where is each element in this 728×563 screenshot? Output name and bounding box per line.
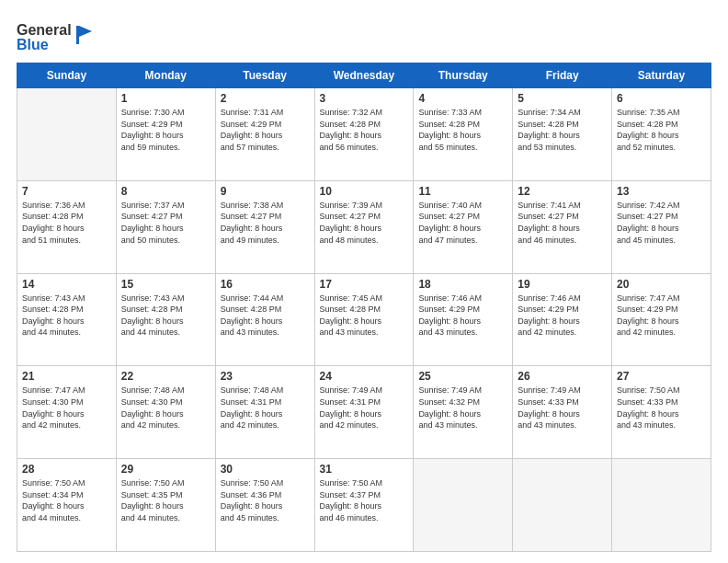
- day-info: Sunrise: 7:49 AMSunset: 4:31 PMDaylight:…: [320, 385, 409, 431]
- day-info: Sunrise: 7:43 AMSunset: 4:28 PMDaylight:…: [121, 293, 210, 339]
- day-info: Sunrise: 7:35 AMSunset: 4:28 PMDaylight:…: [617, 107, 706, 153]
- day-info: Sunrise: 7:34 AMSunset: 4:28 PMDaylight:…: [518, 107, 607, 153]
- calendar-cell: [612, 459, 711, 552]
- day-number: 20: [617, 278, 706, 291]
- day-info: Sunrise: 7:47 AMSunset: 4:29 PMDaylight:…: [617, 293, 706, 339]
- day-number: 21: [22, 370, 111, 383]
- day-number: 11: [418, 185, 507, 198]
- day-info: Sunrise: 7:47 AMSunset: 4:30 PMDaylight:…: [22, 385, 111, 431]
- day-info: Sunrise: 7:48 AMSunset: 4:31 PMDaylight:…: [221, 385, 310, 431]
- day-number: 27: [617, 370, 706, 383]
- svg-marker-2: [79, 26, 92, 37]
- logo: General Blue: [17, 17, 108, 53]
- calendar-cell: 7Sunrise: 7:36 AMSunset: 4:28 PMDaylight…: [17, 180, 117, 273]
- day-info: Sunrise: 7:50 AMSunset: 4:37 PMDaylight:…: [320, 477, 409, 523]
- day-header-sunday: Sunday: [17, 63, 117, 88]
- day-number: 1: [121, 92, 210, 105]
- calendar-cell: 9Sunrise: 7:38 AMSunset: 4:27 PMDaylight…: [215, 180, 314, 273]
- calendar-cell: 1Sunrise: 7:30 AMSunset: 4:29 PMDaylight…: [116, 88, 215, 181]
- day-number: 28: [22, 463, 111, 476]
- calendar-cell: 5Sunrise: 7:34 AMSunset: 4:28 PMDaylight…: [513, 88, 612, 181]
- day-number: 31: [320, 463, 409, 476]
- day-number: 13: [617, 185, 706, 198]
- calendar-cell: 24Sunrise: 7:49 AMSunset: 4:31 PMDayligh…: [314, 366, 414, 459]
- day-info: Sunrise: 7:42 AMSunset: 4:27 PMDaylight:…: [617, 200, 706, 246]
- day-header-wednesday: Wednesday: [314, 63, 414, 88]
- day-header-tuesday: Tuesday: [215, 63, 314, 88]
- calendar-cell: 19Sunrise: 7:46 AMSunset: 4:29 PMDayligh…: [513, 273, 612, 366]
- day-info: Sunrise: 7:44 AMSunset: 4:28 PMDaylight:…: [221, 293, 310, 339]
- calendar-cell: 6Sunrise: 7:35 AMSunset: 4:28 PMDaylight…: [612, 88, 711, 181]
- day-info: Sunrise: 7:48 AMSunset: 4:30 PMDaylight:…: [121, 385, 210, 431]
- day-info: Sunrise: 7:38 AMSunset: 4:27 PMDaylight:…: [221, 200, 310, 246]
- day-info: Sunrise: 7:41 AMSunset: 4:27 PMDaylight:…: [518, 200, 607, 246]
- week-row-2: 7Sunrise: 7:36 AMSunset: 4:28 PMDaylight…: [17, 180, 711, 273]
- calendar-cell: [513, 459, 612, 552]
- day-number: 10: [320, 185, 409, 198]
- day-number: 17: [320, 278, 409, 291]
- day-info: Sunrise: 7:49 AMSunset: 4:32 PMDaylight:…: [418, 385, 507, 431]
- day-info: Sunrise: 7:43 AMSunset: 4:28 PMDaylight:…: [22, 293, 111, 339]
- week-row-4: 21Sunrise: 7:47 AMSunset: 4:30 PMDayligh…: [17, 366, 711, 459]
- calendar-cell: 31Sunrise: 7:50 AMSunset: 4:37 PMDayligh…: [314, 459, 414, 552]
- day-number: 3: [320, 92, 409, 105]
- calendar-cell: 14Sunrise: 7:43 AMSunset: 4:28 PMDayligh…: [17, 273, 117, 366]
- calendar-cell: 8Sunrise: 7:37 AMSunset: 4:27 PMDaylight…: [116, 180, 215, 273]
- calendar-cell: 22Sunrise: 7:48 AMSunset: 4:30 PMDayligh…: [116, 366, 215, 459]
- calendar-cell: 15Sunrise: 7:43 AMSunset: 4:28 PMDayligh…: [116, 273, 215, 366]
- calendar-cell: 27Sunrise: 7:50 AMSunset: 4:33 PMDayligh…: [612, 366, 711, 459]
- calendar-cell: 17Sunrise: 7:45 AMSunset: 4:28 PMDayligh…: [314, 273, 414, 366]
- day-number: 25: [418, 370, 507, 383]
- calendar-cell: 10Sunrise: 7:39 AMSunset: 4:27 PMDayligh…: [314, 180, 414, 273]
- calendar-cell: 11Sunrise: 7:40 AMSunset: 4:27 PMDayligh…: [414, 180, 513, 273]
- day-number: 8: [121, 185, 210, 198]
- week-row-1: 1Sunrise: 7:30 AMSunset: 4:29 PMDaylight…: [17, 88, 711, 181]
- day-number: 26: [518, 370, 607, 383]
- day-number: 4: [418, 92, 507, 105]
- calendar-cell: 12Sunrise: 7:41 AMSunset: 4:27 PMDayligh…: [513, 180, 612, 273]
- svg-rect-3: [76, 26, 79, 44]
- calendar-cell: 13Sunrise: 7:42 AMSunset: 4:27 PMDayligh…: [612, 180, 711, 273]
- day-number: 24: [320, 370, 409, 383]
- day-info: Sunrise: 7:50 AMSunset: 4:33 PMDaylight:…: [617, 385, 706, 431]
- day-number: 18: [418, 278, 507, 291]
- day-number: 29: [121, 463, 210, 476]
- day-info: Sunrise: 7:40 AMSunset: 4:27 PMDaylight:…: [418, 200, 507, 246]
- day-number: 16: [221, 278, 310, 291]
- day-info: Sunrise: 7:39 AMSunset: 4:27 PMDaylight:…: [320, 200, 409, 246]
- calendar-cell: 16Sunrise: 7:44 AMSunset: 4:28 PMDayligh…: [215, 273, 314, 366]
- calendar-cell: 23Sunrise: 7:48 AMSunset: 4:31 PMDayligh…: [215, 366, 314, 459]
- day-info: Sunrise: 7:36 AMSunset: 4:28 PMDaylight:…: [22, 200, 111, 246]
- day-info: Sunrise: 7:31 AMSunset: 4:29 PMDaylight:…: [221, 107, 310, 153]
- day-number: 15: [121, 278, 210, 291]
- calendar-cell: 18Sunrise: 7:46 AMSunset: 4:29 PMDayligh…: [414, 273, 513, 366]
- calendar-cell: 4Sunrise: 7:33 AMSunset: 4:28 PMDaylight…: [414, 88, 513, 181]
- day-number: 7: [22, 185, 111, 198]
- day-number: 19: [518, 278, 607, 291]
- day-info: Sunrise: 7:50 AMSunset: 4:36 PMDaylight:…: [221, 477, 310, 523]
- calendar-cell: 26Sunrise: 7:49 AMSunset: 4:33 PMDayligh…: [513, 366, 612, 459]
- page: General Blue SundayMondayTuesdayWednesda…: [0, 0, 728, 563]
- day-info: Sunrise: 7:37 AMSunset: 4:27 PMDaylight:…: [121, 200, 210, 246]
- day-header-saturday: Saturday: [612, 63, 711, 88]
- day-info: Sunrise: 7:50 AMSunset: 4:34 PMDaylight:…: [22, 477, 111, 523]
- calendar-cell: [414, 459, 513, 552]
- day-header-friday: Friday: [513, 63, 612, 88]
- day-info: Sunrise: 7:50 AMSunset: 4:35 PMDaylight:…: [121, 477, 210, 523]
- day-info: Sunrise: 7:30 AMSunset: 4:29 PMDaylight:…: [121, 107, 210, 153]
- day-number: 14: [22, 278, 111, 291]
- day-info: Sunrise: 7:46 AMSunset: 4:29 PMDaylight:…: [418, 293, 507, 339]
- day-number: 22: [121, 370, 210, 383]
- day-info: Sunrise: 7:46 AMSunset: 4:29 PMDaylight:…: [518, 293, 607, 339]
- day-info: Sunrise: 7:33 AMSunset: 4:28 PMDaylight:…: [418, 107, 507, 153]
- day-info: Sunrise: 7:49 AMSunset: 4:33 PMDaylight:…: [518, 385, 607, 431]
- day-number: 23: [221, 370, 310, 383]
- calendar-cell: 25Sunrise: 7:49 AMSunset: 4:32 PMDayligh…: [414, 366, 513, 459]
- calendar-cell: 3Sunrise: 7:32 AMSunset: 4:28 PMDaylight…: [314, 88, 414, 181]
- day-info: Sunrise: 7:32 AMSunset: 4:28 PMDaylight:…: [320, 107, 409, 153]
- calendar-cell: [17, 88, 117, 181]
- day-number: 12: [518, 185, 607, 198]
- day-number: 6: [617, 92, 706, 105]
- logo-svg: General Blue: [17, 17, 108, 53]
- day-number: 5: [518, 92, 607, 105]
